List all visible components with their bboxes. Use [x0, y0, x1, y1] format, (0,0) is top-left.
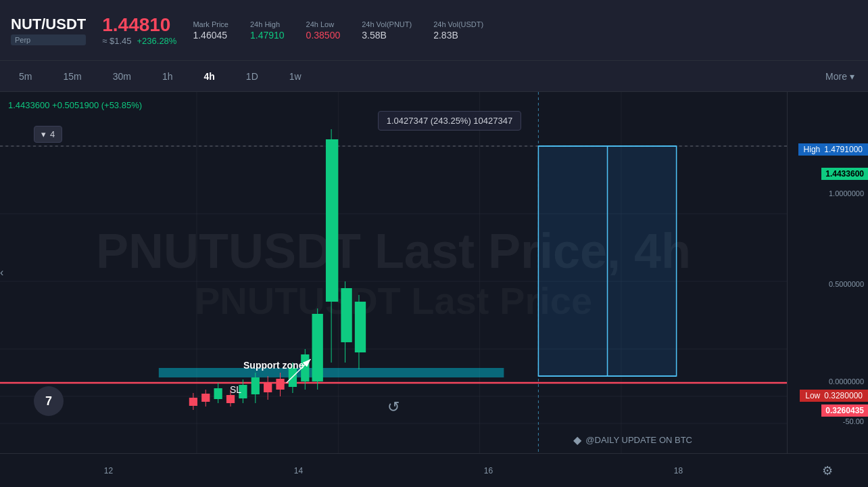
low-badge: Low 0.3280000	[800, 390, 868, 402]
svg-rect-27	[239, 385, 247, 398]
high-badge: High 1.4791000	[798, 143, 868, 156]
tf-more-label: More	[825, 71, 847, 82]
tf-more[interactable]: More ▾	[825, 71, 854, 82]
bottom-axis: 12 14 16 18 ⚙	[0, 453, 868, 487]
tooltip-box: 1.0427347 (243.25%) 10427347	[378, 111, 522, 131]
chevron-down-icon: ▾	[850, 71, 854, 82]
stat-value-vol-usdt: 2.83B	[433, 30, 483, 41]
stats-block: Mark Price 1.46045 24h High 1.47910 24h …	[193, 20, 857, 41]
bottom-watermark: ◆ @DAILY UPDATE ON BTC	[573, 434, 692, 446]
tooltip-text: 1.0427347 (243.25%) 10427347	[387, 116, 513, 126]
axis-label-14: 14	[294, 466, 303, 476]
stat-value-vol-pnut: 3.58B	[362, 30, 412, 41]
price-block: 1.44810 ≈ $1.45 +236.28%	[102, 14, 176, 46]
tf-1d[interactable]: 1D	[241, 68, 264, 85]
stat-value-low: 0.38500	[306, 30, 341, 41]
svg-rect-10	[159, 368, 504, 377]
left-arrow-icon[interactable]: ‹	[0, 266, 3, 279]
symbol-block: NUT/USDT Perp	[11, 16, 86, 45]
axis-label-18: 18	[674, 466, 683, 476]
red-price-value: 0.3260435	[825, 406, 864, 415]
watermark-text: @DAILY UPDATE ON BTC	[585, 435, 692, 445]
tf-4h[interactable]: 4h	[199, 68, 220, 85]
chart-price-current: 1.4433600 +0.5051900 (+53.85%)	[8, 100, 142, 110]
red-price-badge: 0.3260435	[821, 404, 868, 417]
bottom-right: ⚙	[787, 463, 868, 478]
svg-rect-21	[201, 394, 210, 402]
current-price-badge: 1.4433600	[821, 168, 868, 180]
tf-5m[interactable]: 5m	[14, 68, 37, 85]
current-price-value: 1.4433600	[825, 169, 864, 179]
svg-rect-39	[312, 314, 323, 381]
chart-container: PNUTUSDT Last Price, 4h PNUTUSDT Last Pr…	[0, 92, 868, 453]
stat-mark-price: Mark Price 1.46045	[193, 20, 228, 41]
svg-rect-41	[326, 139, 338, 302]
svg-rect-29	[251, 377, 260, 394]
stat-value-mark: 1.46045	[193, 30, 228, 41]
stat-label-mark: Mark Price	[193, 20, 228, 28]
timeframe-bar: 5m 15m 30m 1h 4h 1D 1w More ▾	[0, 61, 868, 92]
stat-24h-high: 24h High 1.47910	[250, 20, 285, 41]
symbol-name: NUT/USDT	[11, 16, 86, 33]
high-label: High	[804, 145, 821, 154]
stat-vol-usdt: 24h Vol(USDT) 2.83B	[433, 20, 483, 41]
price-axis: High 1.4791000 1.4433600 1.0000000 0.500…	[787, 92, 868, 453]
price-usd: ≈ $1.45	[102, 36, 131, 46]
header: NUT/USDT Perp 1.44810 ≈ $1.45 +236.28% M…	[0, 0, 868, 61]
low-label: Low	[805, 391, 820, 400]
bnb-icon: ◆	[573, 434, 581, 446]
low-value: 0.3280000	[824, 391, 863, 400]
collapse-value: 4	[50, 129, 55, 139]
price-level-3: 0.0000000	[829, 377, 864, 386]
svg-rect-19	[189, 398, 197, 406]
axis-label-16: 16	[484, 466, 493, 476]
perp-badge: Perp	[11, 34, 86, 45]
tf-30m[interactable]: 30m	[107, 68, 137, 85]
stat-label-high: 24h High	[250, 20, 285, 28]
tf-1w[interactable]: 1w	[284, 68, 307, 85]
svg-rect-31	[264, 383, 272, 392]
svg-rect-23	[214, 388, 222, 399]
tradingview-logo: 7	[34, 386, 64, 416]
stat-vol-pnut: 24h Vol(PNUT) 3.58B	[362, 20, 412, 41]
tf-1h[interactable]: 1h	[157, 68, 178, 85]
collapse-button[interactable]: ▾ 4	[34, 126, 62, 143]
stat-label-vol-usdt: 24h Vol(USDT)	[433, 20, 483, 28]
chevron-down-icon: ▾	[41, 129, 46, 139]
price-level-2: 0.5000000	[829, 280, 864, 288]
svg-rect-25	[226, 395, 235, 403]
price-level-4: -50.00	[843, 417, 864, 425]
high-value: 1.4791000	[824, 145, 863, 154]
price-level-1: 1.0000000	[829, 189, 864, 198]
refresh-button[interactable]: ↺	[387, 398, 400, 416]
bottom-axis-labels: 12 14 16 18	[0, 466, 787, 476]
svg-rect-43	[341, 288, 352, 342]
gear-icon[interactable]: ⚙	[822, 463, 833, 478]
stat-label-low: 24h Low	[306, 20, 341, 28]
svg-rect-45	[355, 302, 366, 352]
axis-label-12: 12	[104, 466, 113, 476]
tf-15m[interactable]: 15m	[57, 68, 87, 85]
price-change: +236.28%	[137, 36, 177, 46]
chart-price-info: 1.4433600 +0.5051900 (+53.85%)	[8, 100, 142, 110]
main-price: 1.44810	[102, 14, 176, 36]
stat-24h-low: 24h Low 0.38500	[306, 20, 341, 41]
stat-label-vol-pnut: 24h Vol(PNUT)	[362, 20, 412, 28]
chart-main: PNUTUSDT Last Price, 4h PNUTUSDT Last Pr…	[0, 92, 787, 453]
stat-value-high: 1.47910	[250, 30, 285, 41]
svg-rect-33	[276, 379, 284, 390]
